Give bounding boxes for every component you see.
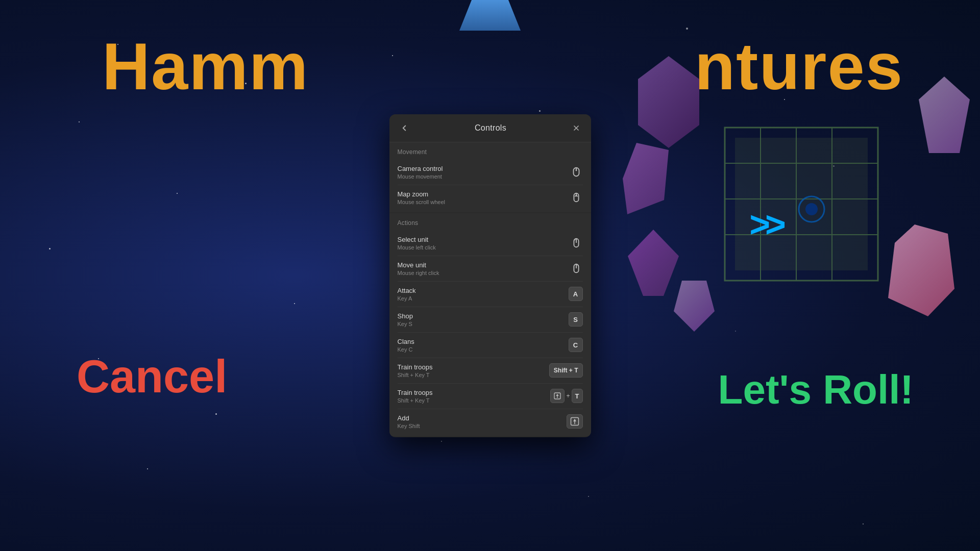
camera-control-item[interactable]: Camera control Mouse movement	[398, 160, 583, 185]
clans-desc: Key C	[398, 346, 414, 353]
select-unit-item[interactable]: Select unit Mouse left click	[398, 231, 583, 256]
train-troops-key-1: Shift + T	[549, 363, 583, 378]
add-item[interactable]: Add Key Shift	[398, 409, 583, 434]
a-key-badge: A	[569, 287, 583, 301]
move-unit-name: Move unit	[398, 261, 439, 269]
move-unit-desc: Mouse right click	[398, 270, 439, 276]
add-desc: Key Shift	[398, 423, 420, 429]
clans-item[interactable]: Clans Key C C	[398, 333, 583, 358]
shift-icon	[550, 389, 565, 403]
modal-body: Movement Camera control Mouse movement	[389, 142, 591, 437]
train-troops-name-1: Train troops	[398, 363, 433, 371]
attack-desc: Key A	[398, 295, 416, 302]
shop-key: S	[569, 312, 583, 327]
camera-control-name: Camera control	[398, 165, 443, 172]
movement-section-label: Movement	[398, 148, 583, 156]
modal-header: Controls	[389, 114, 591, 142]
shop-desc: Key S	[398, 321, 413, 327]
select-unit-key	[570, 236, 583, 249]
mouse-scroll-icon	[570, 191, 583, 204]
attack-item[interactable]: Attack Key A A	[398, 282, 583, 307]
actions-section: Actions Select unit Mouse left click	[389, 213, 591, 436]
map-zoom-item[interactable]: Map zoom Mouse scroll wheel	[398, 185, 583, 210]
move-unit-key	[570, 262, 583, 275]
camera-control-desc: Mouse movement	[398, 173, 443, 180]
move-unit-item[interactable]: Move unit Mouse right click	[398, 256, 583, 282]
back-button[interactable]	[398, 121, 411, 135]
train-troops-item-2[interactable]: Train troops Shift + Key T +	[398, 384, 583, 409]
modal-overlay: Controls Movement Camera control Mouse m…	[0, 0, 980, 551]
add-name: Add	[398, 414, 420, 422]
attack-name: Attack	[398, 287, 416, 294]
train-troops-desc-1: Shift + Key T	[398, 372, 433, 378]
clans-name: Clans	[398, 338, 414, 345]
train-troops-item-1[interactable]: Train troops Shift + Key T Shift + T	[398, 358, 583, 384]
shift-key-icon-badge	[567, 414, 583, 429]
mouse-full-icon	[570, 165, 583, 179]
add-key	[567, 414, 583, 429]
close-button[interactable]	[570, 122, 582, 134]
train-troops-desc-2: Shift + Key T	[398, 397, 433, 404]
t-key-badge: T	[572, 389, 583, 403]
plus-sign: +	[566, 392, 570, 399]
controls-modal: Controls Movement Camera control Mouse m…	[389, 114, 591, 437]
shift-icon-t-badge: + T	[550, 389, 582, 403]
select-unit-name: Select unit	[398, 236, 436, 243]
map-zoom-desc: Mouse scroll wheel	[398, 199, 446, 205]
c-key-badge: C	[569, 338, 583, 352]
attack-key: A	[569, 287, 583, 301]
map-zoom-name: Map zoom	[398, 190, 446, 198]
shop-item[interactable]: Shop Key S S	[398, 307, 583, 333]
map-zoom-key	[570, 191, 583, 204]
clans-key: C	[569, 338, 583, 352]
s-key-badge: S	[569, 312, 583, 327]
movement-section: Movement Camera control Mouse movement	[389, 142, 591, 212]
shop-name: Shop	[398, 312, 413, 320]
actions-section-label: Actions	[398, 219, 583, 227]
shift-t-badge: Shift + T	[549, 363, 583, 378]
mouse-right-icon	[570, 262, 583, 275]
select-unit-desc: Mouse left click	[398, 244, 436, 251]
svg-point-14	[575, 169, 577, 171]
mouse-left-icon	[570, 236, 583, 249]
train-troops-name-2: Train troops	[398, 389, 433, 396]
train-troops-key-2: + T	[550, 389, 582, 403]
modal-title: Controls	[475, 123, 506, 133]
camera-control-key	[570, 165, 583, 179]
